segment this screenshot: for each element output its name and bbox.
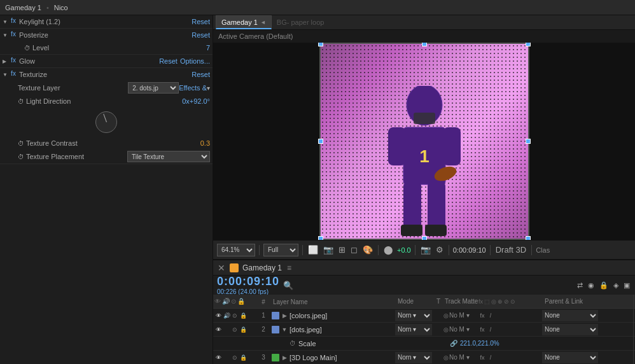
player-silhouette: 1 bbox=[377, 86, 472, 239]
zoom-select[interactable]: 64.1% bbox=[217, 244, 255, 256]
texture-layer-select[interactable]: 2. dots.jp bbox=[128, 82, 179, 94]
corner-handle-bl[interactable] bbox=[318, 236, 323, 240]
green-value: +0.0 bbox=[397, 246, 411, 254]
grid-icon[interactable]: ⊞ bbox=[337, 244, 347, 256]
layer-1-audio[interactable]: 🔊 bbox=[223, 312, 230, 319]
level-row[interactable]: ⏱ Level 7 bbox=[0, 41, 213, 54]
posterize-expand[interactable]: ▼ bbox=[3, 32, 9, 38]
timeline-cols-header: 👁 🔊 ⊙ 🔒 # Layer Name Mode bbox=[213, 295, 633, 309]
ctrl-motion[interactable]: ◈ bbox=[612, 281, 620, 290]
keylight-row[interactable]: ▼ fx Keylight (1.2) Reset bbox=[0, 15, 213, 28]
layer-3-solo[interactable]: ⊙ bbox=[231, 354, 239, 361]
ctrl-markers[interactable]: ▣ bbox=[622, 281, 631, 290]
sep5 bbox=[449, 245, 449, 255]
layer-1-lock[interactable]: 🔒 bbox=[239, 312, 247, 319]
camera-icon-btn[interactable]: 📷 bbox=[419, 244, 432, 256]
layer-1-parent-select[interactable]: None bbox=[542, 310, 598, 321]
channels-icon[interactable]: 🎨 bbox=[361, 244, 374, 256]
snapshot-icon[interactable]: 📷 bbox=[322, 244, 335, 256]
ctrl-solo[interactable]: ◉ bbox=[587, 281, 596, 290]
preview-main: Active Camera (Default) bbox=[213, 30, 635, 259]
layer-3-audio[interactable] bbox=[223, 354, 230, 361]
track-2-label: No M ▾ bbox=[449, 326, 470, 333]
fx-col-icon1: fx bbox=[478, 298, 483, 305]
eye-icon: 👁 bbox=[214, 298, 221, 305]
color-btn[interactable]: ⬤ bbox=[382, 244, 394, 256]
layer-1-parent: None bbox=[542, 310, 599, 321]
glow-options[interactable]: Options... bbox=[180, 57, 210, 65]
svg-rect-1 bbox=[414, 113, 435, 124]
preview-canvas[interactable]: 1 bbox=[213, 43, 635, 240]
layer-2-eye[interactable]: 👁 bbox=[214, 326, 222, 333]
timecode[interactable]: 0:00:09:10 bbox=[217, 275, 279, 288]
layer-2-mode-select[interactable]: Norn ▾ bbox=[395, 324, 432, 335]
layer-3-eye[interactable]: 👁 bbox=[214, 354, 222, 361]
ctrl-collapse[interactable]: ⇄ bbox=[576, 281, 584, 290]
ctrl-lock[interactable]: 🔒 bbox=[598, 281, 610, 290]
layer-3-lock[interactable]: 🔒 bbox=[239, 354, 247, 361]
corner-handle-tr[interactable] bbox=[526, 43, 531, 46]
preview-tab-gameday[interactable]: Gameday 1 ◄ bbox=[216, 15, 272, 29]
layer-1-eye[interactable]: 👁 bbox=[214, 312, 222, 319]
texturize-expand[interactable]: ▼ bbox=[3, 72, 9, 78]
corner-handle-et[interactable] bbox=[422, 43, 427, 46]
time-display: 0:00:09:10 bbox=[453, 246, 486, 254]
sep3 bbox=[378, 245, 379, 255]
texture-placement-row[interactable]: ⏱ Texture Placement Tile Texture bbox=[0, 150, 213, 164]
layer-1-mode-select[interactable]: Norn ▾ bbox=[395, 310, 432, 321]
layer-2-expand[interactable]: ▼ bbox=[281, 326, 288, 333]
top-bar: Gameday 1 • Nico bbox=[0, 0, 635, 15]
glow-expand[interactable]: ▶ bbox=[3, 59, 9, 64]
clas-label: Clas bbox=[536, 246, 550, 254]
fit-icon[interactable]: ⬜ bbox=[307, 244, 319, 256]
posterize-row[interactable]: ▼ fx Posterize Reset bbox=[0, 29, 213, 41]
top-bar-title: Gameday 1 bbox=[5, 4, 41, 11]
num-label: # bbox=[262, 298, 265, 305]
glow-reset[interactable]: Reset bbox=[159, 57, 178, 65]
layer-3-expand[interactable]: ▶ bbox=[281, 354, 288, 361]
timeline-close-btn[interactable]: ✕ bbox=[217, 263, 226, 272]
glow-row[interactable]: ▶ fx Glow Reset Options... bbox=[0, 55, 213, 67]
layer-row-3: 👁 ⊙ 🔒 3 ▶ [3D Logo Main] bbox=[213, 351, 633, 364]
layer-1-expand[interactable]: ▶ bbox=[281, 312, 288, 319]
level-value[interactable]: 7 bbox=[206, 44, 210, 52]
light-direction-row[interactable]: ⏱ Light Direction 0x+92.0° bbox=[0, 95, 213, 108]
texture-layer-row[interactable]: Texture Layer 2. dots.jp Effects & ▾ bbox=[0, 81, 213, 95]
keylight-reset[interactable]: Reset bbox=[192, 18, 210, 25]
texture-contrast-value[interactable]: 0.3 bbox=[200, 139, 210, 147]
keylight-expand[interactable]: ▼ bbox=[3, 19, 9, 25]
quality-select[interactable]: Full bbox=[263, 244, 298, 256]
svg-rect-9 bbox=[401, 225, 422, 236]
placement-stopwatch: ⏱ bbox=[18, 153, 24, 160]
texture-contrast-row[interactable]: ⏱ Texture Contrast 0.3 bbox=[0, 137, 213, 150]
timeline-search-btn[interactable]: 🔍 bbox=[283, 281, 293, 290]
posterize-reset[interactable]: Reset bbox=[192, 31, 210, 39]
corner-handle-tl[interactable] bbox=[318, 43, 323, 46]
draft-btn[interactable]: Draft 3D bbox=[494, 244, 527, 256]
texturize-row[interactable]: ▼ fx Texturize Reset bbox=[0, 68, 213, 81]
svg-text:1: 1 bbox=[419, 146, 429, 166]
layer-2-parent-select[interactable]: None bbox=[542, 324, 598, 335]
layer-2-parent: None bbox=[542, 324, 599, 335]
corner-handle-er[interactable] bbox=[526, 139, 531, 144]
layer-3-parent-select[interactable]: None bbox=[542, 352, 598, 363]
texture-placement-select[interactable]: Tile Texture bbox=[127, 151, 210, 162]
corner-handle-br[interactable] bbox=[526, 236, 531, 240]
compass[interactable] bbox=[95, 111, 117, 133]
light-direction-value[interactable]: 0x+92.0° bbox=[182, 97, 210, 105]
texturize-reset[interactable]: Reset bbox=[192, 71, 210, 78]
comp-menu-btn[interactable]: ≡ bbox=[286, 263, 293, 272]
layer-3-mode: Norn ▾ bbox=[395, 352, 433, 363]
layer-3-mode-select[interactable]: Norn ▾ bbox=[395, 352, 432, 363]
layer-2-lock[interactable]: 🔒 bbox=[239, 326, 247, 333]
posterize-label: Posterize bbox=[19, 31, 192, 39]
layer-1-solo[interactable]: ⊙ bbox=[231, 312, 239, 319]
effects-label[interactable]: Effects & bbox=[179, 84, 207, 92]
corner-handle-el[interactable] bbox=[318, 139, 323, 144]
mask-icon[interactable]: ◻ bbox=[349, 244, 359, 256]
layer-1-icon bbox=[270, 312, 281, 319]
layer-2-audio[interactable] bbox=[223, 326, 230, 333]
compass-container bbox=[0, 108, 213, 137]
layer-2-solo[interactable]: ⊙ bbox=[231, 326, 239, 333]
settings-icon[interactable]: ⚙ bbox=[435, 244, 445, 256]
